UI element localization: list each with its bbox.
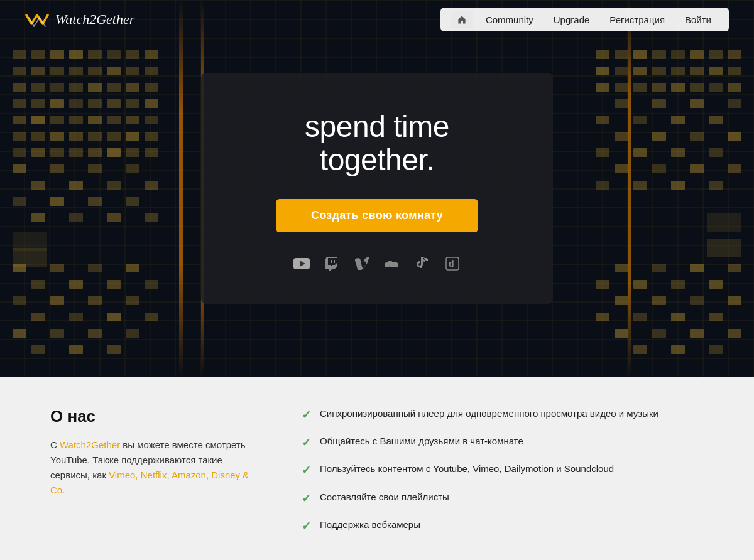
feature-list: ✓ Синхронизированный плеер для одновреме… [302, 407, 704, 534]
hero-content: spend time together. Создать свою комнат… [201, 73, 553, 304]
feature-item-5: ✓ Поддержка вебкамеры [302, 518, 704, 534]
about-left: О нас С Watch2Gether вы можете вместе см… [50, 407, 251, 534]
svg-rect-3 [334, 260, 335, 263]
svg-rect-2 [331, 260, 332, 263]
about-description: С Watch2Gether вы можете вместе смотреть… [50, 438, 251, 498]
community-link[interactable]: Community [478, 12, 541, 28]
tiktok-icon [413, 255, 431, 272]
home-icon [457, 14, 467, 24]
feature-item-1: ✓ Синхронизированный плеер для одновреме… [302, 407, 704, 423]
check-icon-5: ✓ [302, 519, 311, 534]
about-title: О нас [50, 407, 251, 426]
nav-links: Community Upgrade Регистрация Войти [440, 8, 729, 31]
svg-text:d: d [449, 259, 454, 269]
feature-text-1: Синхронизированный плеер для одновременн… [320, 407, 658, 420]
navbar: Watch2Gether Community Upgrade Регистрац… [0, 0, 754, 39]
about-section: О нас С Watch2Gether вы можете вместе см… [0, 377, 754, 560]
twitch-icon [323, 255, 341, 272]
dailymotion-icon: d [444, 255, 461, 272]
register-link[interactable]: Регистрация [602, 12, 672, 28]
about-right: ✓ Синхронизированный плеер для одновреме… [302, 407, 704, 534]
svg-rect-6 [389, 262, 398, 267]
feature-text-2: Общайтесь с Вашими друзьями в чат-комнат… [320, 434, 523, 448]
feature-text-4: Составляйте свои плейлисты [320, 490, 449, 503]
soundcloud-icon [383, 255, 401, 272]
feature-item-3: ✓ Пользуйтесь контентом с Youtube, Vimeo… [302, 462, 704, 478]
check-icon-4: ✓ [302, 491, 311, 507]
create-room-button[interactable]: Создать свою комнату [276, 199, 478, 232]
service-icons-row: d [251, 255, 503, 272]
feature-text-3: Пользуйтесь контентом с Youtube, Vimeo, … [320, 462, 614, 475]
feature-item-2: ✓ Общайтесь с Вашими друзьями в чат-комн… [302, 434, 704, 451]
hero-title: spend time together. [251, 110, 503, 177]
feature-text-5: Поддержка вебкамеры [320, 518, 420, 531]
check-icon-1: ✓ [302, 407, 311, 423]
youtube-icon [293, 255, 310, 272]
logo-text: Watch2Gether [55, 11, 134, 28]
services-highlight: Vimeo, Netflix, Amazon, Disney & Co. [50, 470, 249, 495]
logo-icon [25, 10, 49, 29]
logo-area: Watch2Gether [25, 10, 134, 29]
check-icon-3: ✓ [302, 463, 311, 478]
watch2gether-highlight: Watch2Gether [60, 439, 120, 450]
home-button[interactable] [451, 11, 473, 28]
check-icon-2: ✓ [302, 435, 311, 451]
login-link[interactable]: Войти [677, 12, 719, 28]
hero-section: spend time together. Создать свою комнат… [0, 0, 754, 377]
feature-item-4: ✓ Составляйте свои плейлисты [302, 490, 704, 507]
vimeo-icon [353, 255, 371, 272]
upgrade-link[interactable]: Upgrade [546, 12, 598, 28]
